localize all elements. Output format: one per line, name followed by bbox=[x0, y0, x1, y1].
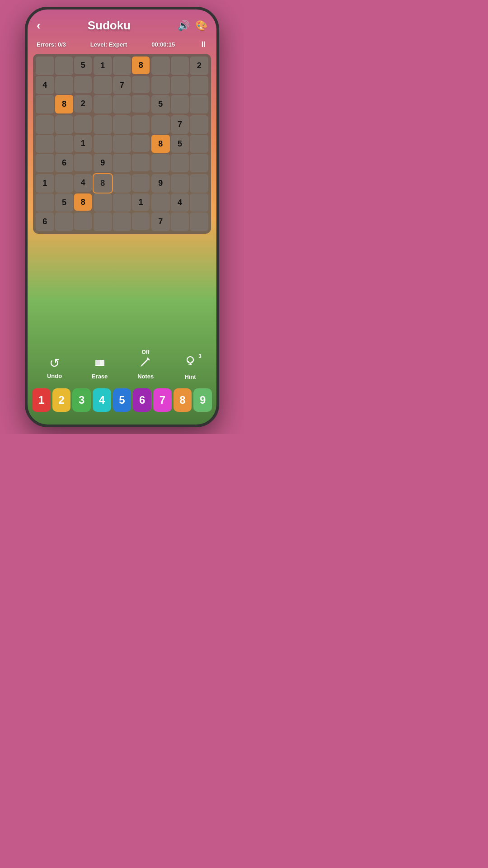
cell-5-7[interactable] bbox=[171, 154, 189, 172]
cell-2-4[interactable] bbox=[113, 95, 131, 113]
cell-0-5[interactable]: 8 bbox=[132, 57, 150, 74]
cell-6-4[interactable] bbox=[113, 174, 131, 193]
cell-6-5[interactable] bbox=[132, 174, 150, 192]
undo-button[interactable]: ↺ Undo bbox=[47, 356, 62, 379]
cell-8-6[interactable]: 7 bbox=[151, 212, 170, 231]
cell-0-4[interactable] bbox=[113, 57, 131, 75]
cell-4-8[interactable] bbox=[190, 135, 208, 153]
cell-8-1[interactable] bbox=[55, 212, 74, 231]
cell-8-7[interactable] bbox=[171, 212, 189, 231]
num-btn-2[interactable]: 2 bbox=[52, 388, 71, 412]
cell-4-7[interactable]: 5 bbox=[171, 135, 189, 153]
cell-1-1[interactable] bbox=[55, 76, 74, 94]
cell-4-3[interactable] bbox=[94, 135, 112, 153]
cell-4-1[interactable] bbox=[55, 135, 74, 153]
erase-button[interactable]: Erase bbox=[92, 355, 108, 380]
cell-5-3[interactable]: 9 bbox=[94, 154, 112, 172]
notes-button[interactable]: Off Notes bbox=[137, 355, 154, 380]
cell-6-2[interactable]: 4 bbox=[74, 174, 92, 192]
num-btn-4[interactable]: 4 bbox=[93, 388, 111, 412]
cell-7-7[interactable]: 4 bbox=[171, 193, 189, 212]
num-btn-9[interactable]: 9 bbox=[193, 388, 212, 412]
cell-8-5[interactable] bbox=[132, 212, 150, 230]
cell-5-1[interactable]: 6 bbox=[55, 154, 74, 172]
cell-2-5[interactable] bbox=[132, 95, 150, 113]
back-button[interactable]: ‹ bbox=[37, 19, 41, 33]
cell-2-2[interactable]: 2 bbox=[74, 95, 92, 113]
cell-0-1[interactable] bbox=[55, 57, 74, 75]
cell-6-6[interactable]: 9 bbox=[151, 174, 170, 193]
cell-3-6[interactable] bbox=[151, 115, 170, 134]
cell-0-7[interactable] bbox=[171, 57, 189, 75]
cell-7-5[interactable]: 1 bbox=[132, 193, 150, 211]
cell-0-6[interactable] bbox=[151, 57, 170, 75]
cell-3-1[interactable] bbox=[55, 115, 74, 134]
cell-4-4[interactable] bbox=[113, 135, 131, 153]
cell-7-8[interactable] bbox=[190, 193, 208, 212]
cell-1-0[interactable]: 4 bbox=[36, 76, 54, 94]
cell-3-5[interactable] bbox=[132, 115, 150, 133]
cell-8-3[interactable] bbox=[94, 212, 112, 231]
cell-8-0[interactable]: 6 bbox=[36, 212, 54, 231]
cell-3-3[interactable] bbox=[94, 115, 112, 134]
cell-6-0[interactable]: 1 bbox=[36, 174, 54, 193]
cell-5-0[interactable] bbox=[36, 154, 54, 172]
cell-3-8[interactable] bbox=[190, 115, 208, 134]
num-btn-3[interactable]: 3 bbox=[72, 388, 91, 412]
cell-8-8[interactable] bbox=[190, 212, 208, 231]
cell-5-8[interactable] bbox=[190, 154, 208, 172]
cell-3-2[interactable] bbox=[74, 115, 92, 133]
cell-7-0[interactable] bbox=[36, 193, 54, 212]
cell-1-6[interactable] bbox=[151, 76, 170, 94]
cell-1-5[interactable] bbox=[132, 76, 150, 94]
num-btn-1[interactable]: 1 bbox=[32, 388, 51, 412]
cell-8-4[interactable] bbox=[113, 212, 131, 231]
cell-6-7[interactable] bbox=[171, 174, 189, 193]
palette-icon[interactable]: 🎨 bbox=[195, 20, 207, 32]
cell-2-8[interactable] bbox=[190, 95, 208, 113]
num-btn-5[interactable]: 5 bbox=[113, 388, 131, 412]
num-btn-6[interactable]: 6 bbox=[133, 388, 151, 412]
cell-4-6[interactable]: 8 bbox=[151, 135, 170, 153]
cell-1-7[interactable] bbox=[171, 76, 189, 94]
cell-1-4[interactable]: 7 bbox=[113, 76, 131, 94]
cell-2-6[interactable]: 5 bbox=[151, 95, 170, 113]
notes-icon: Off bbox=[139, 355, 152, 371]
cell-6-1[interactable] bbox=[55, 174, 74, 193]
cell-6-8[interactable] bbox=[190, 174, 208, 193]
pause-button[interactable]: ⏸ bbox=[199, 40, 207, 49]
cell-1-8[interactable] bbox=[190, 76, 208, 94]
cell-7-4[interactable] bbox=[113, 193, 131, 212]
cell-5-6[interactable] bbox=[151, 154, 170, 172]
cell-0-8[interactable]: 2 bbox=[190, 57, 208, 75]
cell-7-3[interactable] bbox=[94, 193, 112, 212]
cell-0-3[interactable]: 1 bbox=[94, 57, 112, 75]
cell-2-3[interactable] bbox=[94, 95, 112, 113]
cell-4-5[interactable] bbox=[132, 135, 150, 152]
cell-2-1[interactable]: 8 bbox=[55, 95, 74, 113]
cell-5-5[interactable] bbox=[132, 154, 150, 171]
cell-4-0[interactable] bbox=[36, 135, 54, 153]
cell-7-6[interactable] bbox=[151, 193, 170, 212]
sound-icon[interactable]: 🔊 bbox=[178, 20, 190, 32]
cell-8-2[interactable] bbox=[74, 212, 92, 230]
cell-6-3[interactable]: 8 bbox=[94, 174, 112, 193]
num-btn-8[interactable]: 8 bbox=[174, 388, 192, 412]
cell-2-0[interactable] bbox=[36, 95, 54, 113]
cell-1-3[interactable] bbox=[94, 76, 112, 94]
cell-5-4[interactable] bbox=[113, 154, 131, 172]
cell-0-2[interactable]: 5 bbox=[74, 57, 92, 74]
cell-1-2[interactable] bbox=[74, 76, 92, 94]
cell-3-0[interactable] bbox=[36, 115, 54, 134]
cell-5-2[interactable] bbox=[74, 154, 92, 171]
cell-4-2[interactable]: 1 bbox=[74, 135, 92, 152]
cell-0-0[interactable] bbox=[36, 57, 54, 75]
hint-button[interactable]: 3 Hint bbox=[183, 355, 197, 380]
cell-3-7[interactable]: 7 bbox=[171, 115, 189, 134]
cell-2-7[interactable] bbox=[171, 95, 189, 113]
num-btn-7[interactable]: 7 bbox=[153, 388, 172, 412]
cell-7-1[interactable]: 5 bbox=[55, 193, 74, 212]
cell-7-2[interactable]: 8 bbox=[74, 193, 92, 211]
level-stat: Level: Expert bbox=[90, 41, 127, 48]
cell-3-4[interactable] bbox=[113, 115, 131, 134]
